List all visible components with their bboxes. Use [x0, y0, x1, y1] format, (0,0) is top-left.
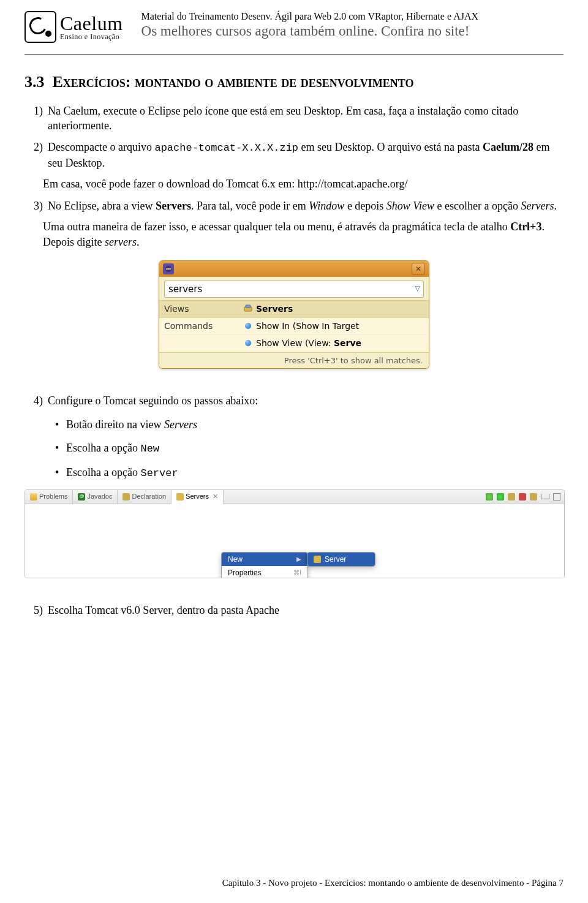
svg-rect-3 [246, 305, 251, 308]
step-3-note: Uma outra maneira de fazer isso, e acess… [43, 219, 564, 249]
result-row-servers[interactable]: Views Servers [159, 301, 429, 318]
training-material-line: Material do Treinamento Desenv. Ágil par… [141, 11, 564, 22]
javadoc-icon: @ [78, 493, 85, 501]
tab-servers[interactable]: Servers✕ [172, 490, 224, 504]
step-1: 1) Na Caelum, execute o Eclipse pelo íco… [24, 104, 564, 134]
step-4-text: Configure o Tomcat seguindo os passos ab… [48, 393, 564, 408]
eclipse-icon [163, 263, 174, 274]
context-menu-new[interactable]: New ▶ [222, 553, 307, 566]
context-menu: New ▶ Properties ⌘I [221, 552, 308, 578]
section-title-text: Exercícios: montando o ambiente de desen… [53, 73, 414, 91]
tab-problems[interactable]: Problems [25, 490, 73, 504]
servers-tab-icon [176, 493, 184, 501]
step-2-number: 2) [24, 140, 48, 170]
dropdown-triangle-icon[interactable]: ▽ [415, 284, 420, 293]
section-heading: 3.3 Exercícios: montando o ambiente de d… [24, 73, 564, 91]
dialog-footer-hint: Press 'Ctrl+3' to show all matches. [159, 352, 429, 369]
result-row-show-view[interactable]: Show View (View: Serve [159, 335, 429, 352]
panel-toolbar [482, 490, 564, 504]
panel-tab-bar: Problems @Javadoc Declaration Servers✕ [25, 490, 564, 504]
maximize-view-button[interactable] [553, 493, 560, 501]
step-3-number: 3) [24, 198, 48, 213]
dialog-titlebar: ✕ [159, 261, 429, 277]
run-server-button[interactable] [497, 493, 504, 501]
code-tomcat-zip: apache-tomcat-X.X.X.zip [154, 142, 298, 154]
section-number: 3.3 [24, 73, 45, 91]
header-divider [24, 54, 564, 55]
servers-view-icon [244, 304, 252, 313]
publish-button[interactable] [530, 493, 537, 501]
step-2-note: Em casa, você pode fazer o download do T… [43, 176, 564, 191]
eclipse-quick-access-dialog: ✕ ▽ Views Servers [159, 260, 429, 369]
substep-server: Escolha a opção Server [55, 465, 564, 481]
step-5-number: 5) [24, 603, 48, 618]
dialog-results-list: Views Servers Commands Show In (Show [159, 300, 429, 352]
caelum-logo-icon [24, 11, 56, 43]
command-icon [244, 339, 252, 347]
result-show-view-label: Show View (View: Serve [256, 338, 361, 349]
svg-rect-1 [166, 268, 171, 270]
quick-access-input[interactable] [164, 281, 424, 298]
debug-server-button[interactable] [486, 493, 493, 501]
step-1-text: Na Caelum, execute o Eclipse pelo ícone … [48, 104, 564, 134]
declaration-icon [123, 493, 130, 501]
logo: Caelum Ensino e Inovação [24, 11, 123, 43]
context-menu-properties[interactable]: Properties ⌘I [222, 566, 307, 578]
logo-name: Caelum [60, 13, 123, 33]
page-footer: Capítulo 3 - Novo projeto - Exercícios: … [222, 878, 564, 888]
submenu-server[interactable]: Server [307, 553, 375, 566]
folder-caelum-28: Caelum/28 [483, 141, 533, 153]
step-4-number: 4) [24, 393, 48, 408]
substep-right-click: Botão direito na view Servers [55, 417, 564, 432]
step-2-text: Descompacte o arquivo apache-tomcat-X.X.… [48, 140, 564, 170]
header-subhead: Os melhores cursos agora também online. … [141, 23, 564, 39]
step-4: 4) Configure o Tomcat seguindo os passos… [24, 393, 564, 408]
new-server-icon [314, 556, 321, 563]
step-1-number: 1) [24, 104, 48, 134]
servers-view-body[interactable]: New ▶ Properties ⌘I Server [25, 504, 564, 578]
step-5: 5) Escolha Tomcat v6.0 Server, dentro da… [24, 603, 564, 618]
properties-shortcut: ⌘I [293, 569, 301, 577]
stop-server-button[interactable] [519, 493, 526, 501]
category-views: Views [164, 303, 244, 315]
page-header: Caelum Ensino e Inovação Material do Tre… [24, 11, 564, 43]
category-commands: Commands [164, 320, 244, 332]
result-row-show-in[interactable]: Commands Show In (Show In Target [159, 318, 429, 335]
tab-declaration[interactable]: Declaration [118, 490, 172, 504]
eclipse-servers-panel: Problems @Javadoc Declaration Servers✕ [24, 489, 565, 578]
minimize-view-button[interactable] [541, 494, 549, 499]
step-2: 2) Descompacte o arquivo apache-tomcat-X… [24, 140, 564, 170]
dialog-search-row: ▽ [159, 277, 429, 300]
tab-close-icon[interactable]: ✕ [213, 492, 218, 501]
substep-new: Escolha a opção New [55, 440, 564, 456]
result-show-in-label: Show In (Show In Target [256, 320, 359, 332]
result-servers-label: Servers [256, 303, 293, 315]
context-submenu: Server [307, 552, 375, 567]
profile-server-button[interactable] [508, 493, 515, 501]
submenu-arrow-icon: ▶ [296, 555, 301, 564]
logo-tagline: Ensino e Inovação [60, 33, 123, 40]
step-3: 3) No Eclipse, abra a view Servers. Para… [24, 198, 564, 213]
command-icon [244, 322, 252, 330]
problems-icon [30, 493, 37, 501]
step-3-text: No Eclipse, abra a view Servers. Para ta… [48, 198, 564, 213]
close-button[interactable]: ✕ [412, 263, 425, 275]
step-4-substeps: Botão direito na view Servers Escolha a … [55, 417, 564, 481]
step-5-text: Escolha Tomcat v6.0 Server, dentro da pa… [48, 603, 564, 618]
tab-javadoc[interactable]: @Javadoc [73, 490, 118, 504]
